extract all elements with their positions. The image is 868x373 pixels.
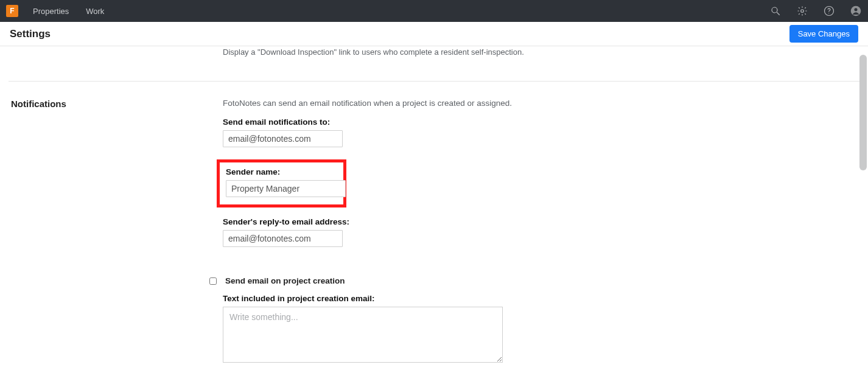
app-logo[interactable]: F bbox=[6, 5, 18, 17]
settings-header: Settings Save Changes bbox=[0, 22, 868, 46]
sender-name-highlight: Sender name: bbox=[217, 159, 346, 207]
gear-icon[interactable] bbox=[796, 5, 808, 17]
svg-point-6 bbox=[854, 8, 857, 11]
top-nav: F Properties Work bbox=[0, 0, 868, 22]
notifications-heading: Notifications bbox=[9, 99, 223, 365]
sender-name-label: Sender name: bbox=[226, 167, 337, 176]
svg-point-4 bbox=[828, 13, 829, 13]
send-on-creation-checkbox[interactable] bbox=[209, 277, 217, 285]
creation-email-text-label: Text included in project creation email: bbox=[223, 294, 859, 303]
save-changes-button[interactable]: Save Changes bbox=[789, 25, 858, 43]
notifications-section: Notifications FotoNotes can send an emai… bbox=[9, 99, 859, 365]
section-divider bbox=[9, 81, 859, 82]
search-icon[interactable] bbox=[769, 5, 782, 17]
page-title: Settings bbox=[10, 28, 51, 40]
previous-section-description: Display a "Download Inspection" link to … bbox=[9, 47, 859, 57]
nav-work[interactable]: Work bbox=[86, 7, 104, 16]
reply-to-input[interactable] bbox=[223, 230, 343, 247]
profile-icon[interactable] bbox=[850, 5, 862, 17]
email-to-label: Send email notifications to: bbox=[223, 117, 859, 127]
help-icon[interactable] bbox=[823, 5, 835, 17]
creation-email-text-block: Text included in project creation email: bbox=[223, 294, 859, 365]
email-to-field: Send email notifications to: bbox=[223, 117, 859, 147]
reply-to-field: Sender's reply-to email address: bbox=[223, 217, 859, 247]
scrollbar-thumb[interactable] bbox=[859, 55, 867, 170]
svg-line-1 bbox=[777, 12, 780, 15]
sender-name-input[interactable] bbox=[226, 180, 346, 197]
email-to-input[interactable] bbox=[223, 130, 343, 147]
svg-point-2 bbox=[801, 10, 804, 13]
send-on-creation-row: Send email on project creation bbox=[223, 276, 859, 285]
send-on-creation-label: Send email on project creation bbox=[225, 276, 345, 285]
creation-email-textarea[interactable] bbox=[223, 307, 503, 363]
reply-to-label: Sender's reply-to email address: bbox=[223, 217, 859, 226]
notifications-description: FotoNotes can send an email notification… bbox=[223, 99, 859, 108]
settings-page: Display a "Download Inspection" link to … bbox=[0, 46, 868, 373]
svg-point-0 bbox=[772, 7, 777, 13]
nav-properties[interactable]: Properties bbox=[33, 7, 69, 16]
